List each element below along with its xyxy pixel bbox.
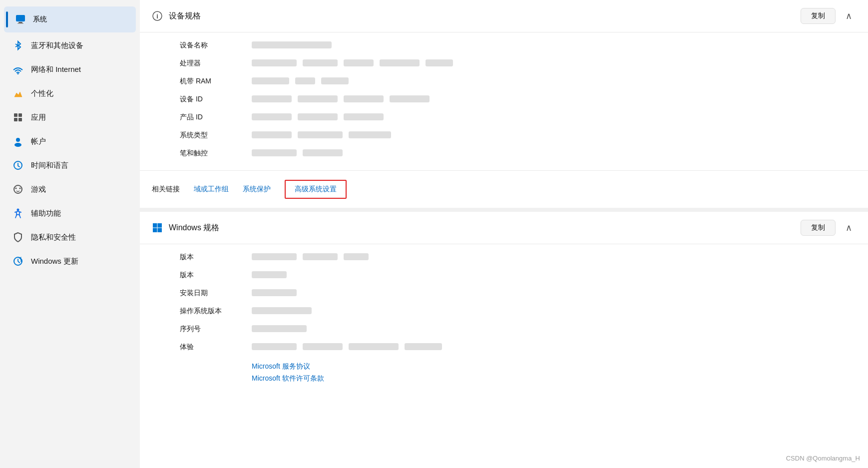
spec-label-system-type: 系统类型 [180,131,240,140]
svg-rect-0 [16,15,25,21]
svg-point-13 [19,188,21,189]
sidebar-item-label-system: 系统 [33,15,47,24]
sidebar-item-apps[interactable]: 应用 [4,106,136,128]
sidebar-item-privacy[interactable]: 隐私和安全性 [4,226,136,248]
svg-rect-7 [18,118,22,121]
table-row: 版本 [140,266,868,284]
windows-update-icon [12,255,24,267]
spec-value-product-id [252,113,856,122]
sidebar-item-games[interactable]: 游戏 [4,178,136,200]
windows-spec-collapse-button[interactable]: ∧ [842,220,856,235]
table-row: 版本 [140,248,868,266]
spec-value-device-name [252,41,856,50]
related-links-section: 相关链接 域或工作组 系统保护 高级系统设置 [140,171,868,212]
spec-label-version: 版本 [180,271,240,280]
apps-icon [12,111,24,123]
svg-rect-6 [14,118,17,121]
table-row: 序列号 [140,320,868,338]
spec-value-version [252,271,856,280]
microsoft-software-license-link[interactable]: Microsoft 软件许可条款 [252,374,324,383]
svg-rect-5 [18,113,22,117]
svg-point-9 [14,143,21,147]
svg-rect-21 [158,228,162,233]
windows-spec-copy-button[interactable]: 复制 [801,220,836,236]
microsoft-service-agreement-link[interactable]: Microsoft 服务协议 [252,362,324,371]
spec-label-product-id: 产品 ID [180,113,240,122]
system-icon [15,13,26,26]
time-icon [12,159,24,171]
windows-logo-icon [152,222,163,233]
table-row: 处理器 [140,54,868,72]
sidebar-item-label-privacy: 隐私和安全性 [31,233,76,242]
table-row: 设备 ID [140,90,868,108]
privacy-icon [12,231,24,243]
windows-spec-table: 版本 版本 安装日期 操作系统版本 [140,244,868,396]
spec-label-install-date: 安装日期 [180,289,240,298]
svg-rect-1 [18,22,22,23]
advanced-system-settings-link[interactable]: 高级系统设置 [285,180,347,199]
table-row: 系统类型 [140,126,868,144]
spec-label-device-name: 设备名称 [180,41,240,50]
spec-value-os-version [252,307,856,316]
bluetooth-icon [12,39,24,51]
spec-label-ram: 机带 RAM [180,77,240,86]
table-row: 设备名称 [140,36,868,54]
device-spec-title: 设备规格 [169,11,795,21]
sidebar-item-accounts[interactable]: 帐户 [4,130,136,152]
svg-rect-18 [153,223,157,228]
spec-value-install-date [252,289,856,298]
sidebar-item-label-windows-update: Windows 更新 [31,257,78,266]
spec-value-device-id [252,95,856,104]
svg-rect-2 [17,23,23,24]
spec-label-os-version: 操作系统版本 [180,307,240,316]
sidebar-item-bluetooth[interactable]: 蓝牙和其他设备 [4,34,136,56]
spec-value-system-type [252,131,856,140]
sidebar-item-label-network: 网络和 Internet [31,65,81,74]
svg-rect-20 [153,228,157,233]
windows-spec-header: Windows 规格 复制 ∧ [140,212,868,244]
domain-link[interactable]: 域或工作组 [194,185,229,194]
sidebar-item-label-accounts: 帐户 [31,137,46,146]
sidebar-item-personalize[interactable]: 个性化 [4,82,136,104]
table-row: 操作系统版本 [140,302,868,320]
sidebar-item-system[interactable]: 系统 [4,6,136,32]
spec-label-device-id: 设备 ID [180,95,240,104]
svg-text:i: i [156,12,158,20]
spec-value-experience [252,343,856,352]
sidebar-item-windows-update[interactable]: Windows 更新 [4,250,136,272]
accessibility-icon [12,207,24,219]
table-row: 机带 RAM [140,72,868,90]
spec-value-pen-touch [252,149,856,158]
table-row: 笔和触控 [140,144,868,162]
spec-label-experience: 体验 [180,343,240,352]
device-spec-copy-button[interactable]: 复制 [801,8,836,24]
info-icon: i [152,10,163,21]
spec-label-pen-touch: 笔和触控 [180,149,240,158]
spec-label-edition: 版本 [180,253,240,262]
sidebar-item-network[interactable]: 网络和 Internet [4,58,136,80]
svg-rect-4 [14,113,17,117]
windows-spec-title: Windows 规格 [169,223,795,233]
device-spec-collapse-button[interactable]: ∧ [842,8,856,23]
personalize-icon [12,87,24,99]
sidebar-item-accessibility[interactable]: 辅助功能 [4,202,136,224]
table-row: 产品 ID [140,108,868,126]
svg-point-14 [17,209,19,211]
svg-point-3 [17,73,19,74]
sidebar-item-label-accessibility: 辅助功能 [31,209,61,218]
device-spec-header: i 设备规格 复制 ∧ [140,0,868,32]
table-row: 体验 [140,338,868,356]
spec-value-serial [252,325,856,334]
accounts-icon [12,135,24,147]
main-content: i 设备规格 复制 ∧ 设备名称 处理器 机带 RAM [140,0,868,468]
sidebar-item-label-personalize: 个性化 [31,89,53,98]
related-links-label: 相关链接 [152,185,180,194]
svg-point-8 [16,138,20,142]
sidebar-item-label-apps: 应用 [31,113,46,122]
sidebar-item-time[interactable]: 时间和语言 [4,154,136,176]
device-spec-table: 设备名称 处理器 机带 RAM [140,32,868,171]
spec-label-serial: 序列号 [180,325,240,334]
sidebar-item-label-games: 游戏 [31,185,46,194]
protection-link[interactable]: 系统保护 [243,185,271,194]
svg-point-11 [14,185,22,193]
